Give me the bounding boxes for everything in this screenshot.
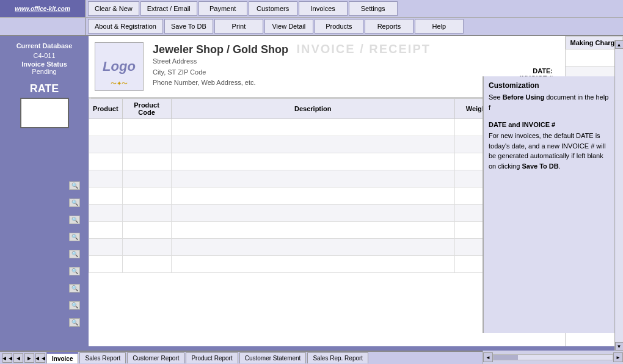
hscroll-left-btn[interactable]: ◄ (483, 352, 493, 362)
customization-panel: Customization See Before Using document … (483, 76, 614, 333)
desc-input-8[interactable] (174, 261, 452, 268)
desc-input-3[interactable] (174, 175, 452, 183)
product-code-input-8[interactable] (125, 261, 169, 268)
invoice-watermark: INVOICE / RECEIPT (296, 42, 431, 56)
bottom-tabs: ◄◄ ◄ ► ◄◄ Invoice Sales Report Customer … (0, 351, 623, 364)
desc-cell-0[interactable] (171, 119, 454, 136)
product-code-input-4[interactable] (125, 192, 169, 200)
sheet-tab-invoice[interactable]: Invoice (46, 352, 78, 363)
product-code-input-0[interactable] (125, 124, 169, 131)
product-code-cell-2[interactable] (122, 153, 171, 170)
site-logo[interactable]: www.office-kit.com (0, 0, 86, 17)
reports-button[interactable]: Reports (365, 19, 414, 34)
row-icon-9[interactable]: 🔍 (69, 318, 80, 327)
product-code-cell-7[interactable] (122, 239, 171, 256)
about-registration-button[interactable]: About & Registration (88, 19, 163, 34)
product-code-header: Product Code (122, 99, 171, 119)
desc-cell-1[interactable] (171, 136, 454, 153)
desc-input-1[interactable] (174, 141, 452, 148)
desc-cell-2[interactable] (171, 153, 454, 170)
desc-cell-3[interactable] (171, 170, 454, 187)
product-cell-8 (89, 256, 123, 273)
logo-text: Logo (103, 59, 136, 75)
clear-new-button[interactable]: Clear & New (88, 1, 139, 16)
desc-input-7[interactable] (174, 244, 452, 251)
sheet-tab-product-report[interactable]: Product Report (186, 352, 238, 363)
product-icons-column: 🔍 🔍 🔍 🔍 🔍 🔍 🔍 🔍 🔍 (6, 177, 82, 331)
address-line3: Phone Number, Web Address, etc. (153, 78, 256, 89)
row-icon-5[interactable]: 🔍 (69, 250, 80, 258)
invoices-button[interactable]: Invoices (299, 1, 348, 16)
current-db-label: Current Database (6, 42, 82, 49)
toolbar-row1-buttons: Clear & New Extract / Email Payment Cust… (86, 0, 400, 17)
customization-bold1: Before Using (503, 93, 544, 101)
business-name-text: Jeweler Shop / Gold Shop (153, 43, 288, 56)
payment-button[interactable]: Payment (199, 1, 247, 16)
address-line1: Street Address (153, 56, 559, 67)
toolbar-row2: About & Registration Save To DB Print Vi… (0, 18, 623, 36)
desc-input-4[interactable] (174, 192, 452, 200)
print-button[interactable]: Print (214, 19, 263, 34)
product-code-input-5[interactable] (125, 209, 169, 217)
desc-input-2[interactable] (174, 158, 452, 166)
date-label: DATE: (520, 67, 553, 75)
right-scrollbar: ▲ ▼ (614, 40, 623, 351)
sheet-tab-sales-report[interactable]: Sales Report (79, 352, 126, 363)
desc-cell-5[interactable] (171, 205, 454, 222)
customers-button[interactable]: Customers (249, 1, 297, 16)
desc-cell-6[interactable] (171, 222, 454, 239)
row-icon-7[interactable]: 🔍 (69, 284, 80, 293)
desc-input-0[interactable] (174, 124, 452, 131)
desc-cell-8[interactable] (171, 256, 454, 273)
product-code-cell-8[interactable] (122, 256, 171, 273)
description-header: Description (171, 99, 454, 119)
invoice-status-value: Pending (6, 68, 82, 75)
product-code-input-7[interactable] (125, 244, 169, 251)
customization-intro: See Before Using document in the help f (489, 92, 610, 112)
sheet-tab-customer-report[interactable]: Customer Report (127, 352, 184, 363)
hscroll-track[interactable] (493, 354, 613, 360)
current-db-value: C4-011 (6, 52, 82, 59)
sheet-tab-sales-rep-report[interactable]: Sales Rep. Report (307, 352, 368, 363)
save-to-db-button[interactable]: Save To DB (164, 19, 213, 34)
settings-button[interactable]: Settings (349, 1, 398, 16)
row-icon-8[interactable]: 🔍 (69, 301, 80, 310)
desc-cell-4[interactable] (171, 187, 454, 205)
product-code-cell-6[interactable] (122, 222, 171, 239)
product-code-cell-5[interactable] (122, 205, 171, 222)
product-code-input-2[interactable] (125, 158, 169, 166)
desc-cell-7[interactable] (171, 239, 454, 256)
help-button[interactable]: Help (415, 19, 464, 34)
tab-nav-prev[interactable]: ◄ (13, 353, 23, 363)
logo-swirl: 〜✦〜 (95, 79, 143, 88)
extract-email-button[interactable]: Extract / Email (140, 1, 197, 16)
product-code-cell-0[interactable] (122, 119, 171, 136)
product-code-input-6[interactable] (125, 227, 169, 234)
product-code-cell-3[interactable] (122, 170, 171, 187)
rate-input[interactable] (20, 98, 69, 128)
row-icon-3[interactable]: 🔍 (69, 216, 80, 224)
scroll-up-arrow[interactable]: ▲ (615, 40, 624, 49)
products-button[interactable]: Products (315, 19, 363, 34)
tab-nav-next[interactable]: ► (24, 353, 34, 363)
tab-nav-last[interactable]: ◄◄ (35, 353, 45, 363)
row-icon-1[interactable]: 🔍 (69, 181, 80, 190)
product-code-input-1[interactable] (125, 141, 169, 148)
row-icon-6[interactable]: 🔍 (69, 267, 80, 275)
product-code-cell-1[interactable] (122, 136, 171, 153)
desc-input-5[interactable] (174, 209, 452, 217)
row-icon-2[interactable]: 🔍 (69, 198, 80, 207)
product-code-input-3[interactable] (125, 175, 169, 183)
hscroll-right-btn[interactable]: ► (613, 352, 623, 362)
tab-nav-first[interactable]: ◄◄ (2, 353, 12, 363)
rate-label: RATE (6, 82, 82, 95)
view-detail-button[interactable]: View Detail (264, 19, 313, 34)
scroll-track[interactable] (616, 49, 623, 342)
product-cell-4 (89, 187, 123, 205)
row-icon-4[interactable]: 🔍 (69, 233, 80, 241)
desc-input-6[interactable] (174, 227, 452, 234)
hscroll-thumb (494, 355, 518, 360)
sheet-tab-customer-statement[interactable]: Customer Statement (239, 352, 307, 363)
product-code-cell-4[interactable] (122, 187, 171, 205)
scroll-down-arrow[interactable]: ▼ (615, 342, 624, 351)
